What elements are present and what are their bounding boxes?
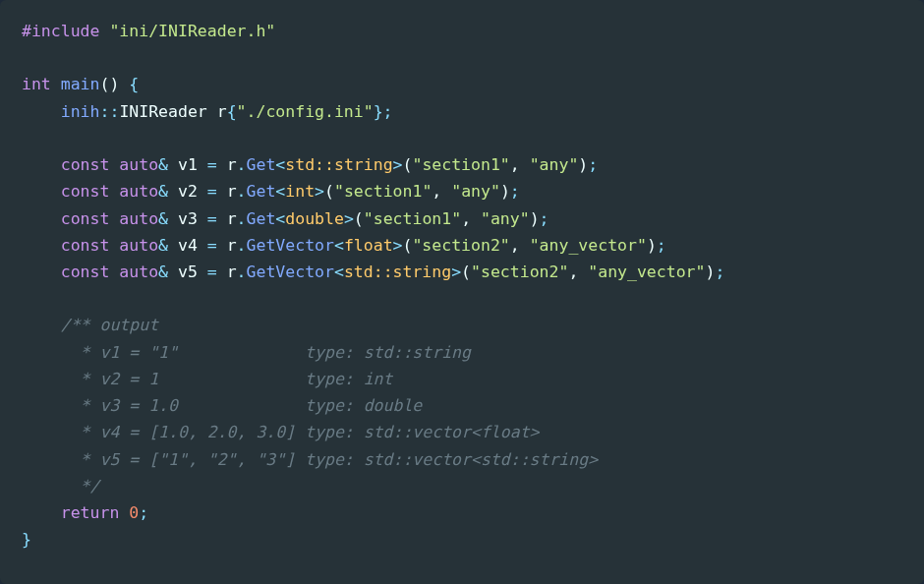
- config-path: "./config.ini": [237, 102, 374, 121]
- include-path: "ini/INIReader.h": [109, 22, 275, 40]
- comment-line-0: /** output: [61, 316, 158, 334]
- var-v4: v4: [178, 236, 198, 255]
- comment-line-1: * v1 = "1" type: std::string: [22, 343, 471, 362]
- fn-get: Get: [247, 155, 276, 174]
- code-content: #include "ini/INIReader.h" int main() { …: [22, 18, 902, 553]
- var-v5: v5: [178, 263, 198, 281]
- var-r: r: [217, 102, 227, 121]
- var-v2: v2: [178, 182, 198, 201]
- fn-main: main: [61, 75, 100, 93]
- tpl-int: int: [285, 182, 315, 201]
- comment-line-5: * v5 = ["1", "2", "3"] type: std::vector…: [22, 450, 598, 469]
- var-v1: v1: [178, 155, 198, 174]
- fn-getvector: GetVector: [247, 236, 334, 255]
- ns-inih: inih: [61, 102, 100, 121]
- comment-line-6: */: [22, 477, 99, 496]
- comment-line-3: * v3 = 1.0 type: double: [22, 396, 422, 415]
- comment-line-2: * v2 = 1 type: int: [22, 370, 393, 388]
- cls-inireader: INIReader: [119, 102, 206, 121]
- tpl-double: double: [285, 209, 344, 228]
- preproc-include: #include: [22, 22, 99, 40]
- return-value: 0: [129, 503, 139, 522]
- kw-return: return: [61, 503, 120, 522]
- tpl-stdstring: std::string: [285, 155, 392, 174]
- var-v3: v3: [178, 209, 198, 228]
- code-block: #include "ini/INIReader.h" int main() { …: [0, 0, 924, 584]
- tpl-float: float: [344, 236, 393, 255]
- kw-int: int: [22, 75, 51, 93]
- comment-line-4: * v4 = [1.0, 2.0, 3.0] type: std::vector…: [22, 423, 540, 441]
